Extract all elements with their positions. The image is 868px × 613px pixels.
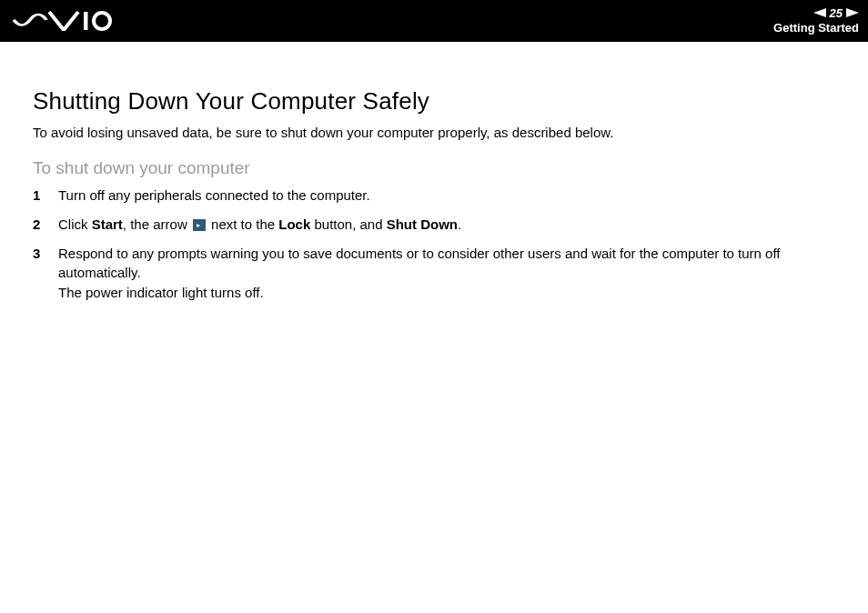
step-item: Click Start, the arrow next to the Lock …: [33, 215, 850, 235]
text: Respond to any prompts warning you to sa…: [58, 246, 780, 281]
subheading: To shut down your computer: [33, 158, 850, 178]
page-navigation: 25: [813, 7, 859, 19]
content-area: Shutting Down Your Computer Safely To av…: [0, 42, 868, 303]
text: next to the: [207, 216, 278, 232]
step-text: Click Start, the arrow next to the Lock …: [58, 216, 461, 232]
page-title: Shutting Down Your Computer Safely: [33, 87, 850, 116]
intro-text: To avoid losing unsaved data, be sure to…: [33, 125, 850, 140]
text: Click: [58, 216, 92, 232]
header-right: 25 Getting Started: [773, 7, 859, 35]
arrow-button-icon: [193, 219, 206, 231]
section-name: Getting Started: [773, 21, 859, 35]
text: , the arrow: [123, 216, 191, 232]
page-number: 25: [830, 7, 843, 19]
step-text: Turn off any peripherals connected to th…: [58, 187, 370, 203]
step-item: Turn off any peripherals connected to th…: [33, 186, 850, 206]
step-item: Respond to any prompts warning you to sa…: [33, 244, 850, 303]
svg-rect-0: [84, 12, 88, 30]
bold-text: Start: [92, 216, 123, 232]
bold-text: Shut Down: [387, 216, 458, 232]
text: The power indicator light turns off.: [58, 285, 264, 300]
text: .: [458, 216, 461, 232]
next-page-arrow-icon[interactable]: [846, 7, 859, 19]
svg-point-1: [94, 13, 110, 29]
step-text: Respond to any prompts warning you to sa…: [58, 246, 780, 301]
svg-marker-3: [846, 8, 859, 17]
vaio-logo: [13, 0, 113, 42]
bold-text: Lock: [278, 216, 310, 232]
text: button, and: [310, 216, 386, 232]
steps-list: Turn off any peripherals connected to th…: [33, 186, 850, 303]
svg-marker-2: [813, 8, 826, 17]
prev-page-arrow-icon[interactable]: [813, 7, 826, 19]
header-bar: 25 Getting Started: [0, 0, 868, 42]
